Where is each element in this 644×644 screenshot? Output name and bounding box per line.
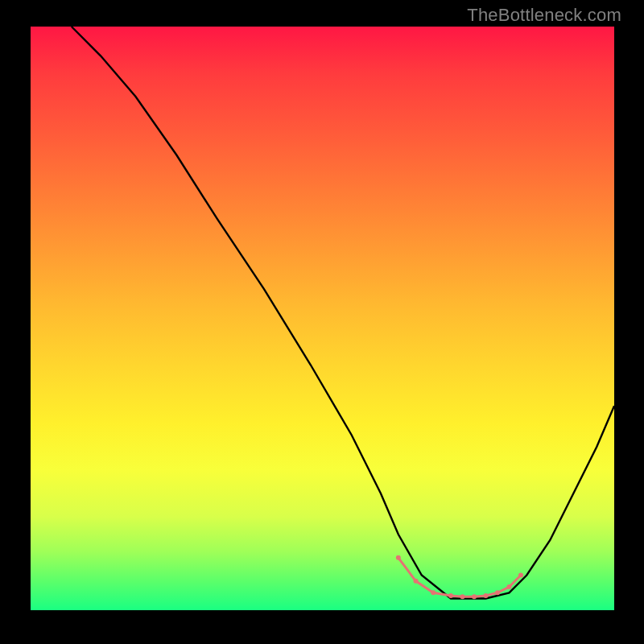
plot-area <box>31 27 614 610</box>
valley-dot <box>460 594 465 599</box>
valley-dot <box>495 590 500 595</box>
valley-dot <box>484 593 489 598</box>
valley-dot <box>396 555 401 560</box>
valley-dot <box>448 593 453 598</box>
valley-dot <box>507 584 512 589</box>
chart-svg <box>31 27 614 610</box>
valley-dot <box>472 594 477 599</box>
watermark-text: TheBottleneck.com <box>467 5 621 26</box>
valley-dot <box>431 590 436 595</box>
valley-dot <box>414 579 419 584</box>
chart-frame: TheBottleneck.com <box>0 0 644 644</box>
bottleneck-curve <box>72 27 614 599</box>
valley-dot <box>518 573 523 578</box>
valley-connector <box>398 558 521 597</box>
